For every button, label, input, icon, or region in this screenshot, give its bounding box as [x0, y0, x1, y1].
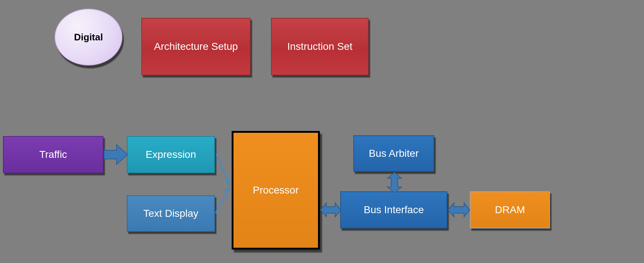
bus-interface-node: Bus Interface	[340, 191, 447, 228]
text-display-node: Text Display	[127, 195, 215, 232]
traffic-label: Traffic	[39, 149, 67, 160]
bus-arbiter-node: Bus Arbiter	[353, 135, 434, 172]
processor-node: Processor	[232, 131, 320, 250]
bus-interface-label: Bus Interface	[364, 204, 424, 216]
architecture-setup-label: Architecture Setup	[154, 41, 238, 52]
svg-marker-5	[321, 203, 341, 217]
arrow-interface-dram	[448, 201, 470, 219]
processor-label: Processor	[253, 185, 299, 196]
bus-arbiter-label: Bus Arbiter	[369, 148, 419, 159]
arrow-arbiter-interface	[385, 172, 404, 193]
svg-marker-6	[388, 172, 401, 193]
expression-node: Expression	[127, 136, 215, 173]
arrow-processor-businterface	[321, 201, 341, 219]
dram-node: DRAM	[470, 191, 550, 228]
arrow-traffic-to-expression	[104, 145, 128, 164]
svg-marker-7	[448, 203, 470, 217]
traffic-node: Traffic	[3, 136, 103, 173]
expression-label: Expression	[146, 149, 196, 160]
dram-label: DRAM	[495, 204, 525, 216]
architecture-setup-node: Architecture Setup	[141, 18, 251, 75]
instruction-set-node: Instruction Set	[271, 18, 369, 75]
digital-label: Digital	[74, 32, 103, 43]
diagram-canvas: Digital Architecture Setup Instruction S…	[0, 0, 644, 263]
digital-node: Digital	[55, 9, 122, 65]
svg-marker-0	[104, 145, 127, 164]
instruction-set-label: Instruction Set	[287, 41, 353, 52]
text-display-label: Text Display	[144, 208, 199, 219]
arrow-textdisplay-to-processor	[214, 183, 243, 220]
